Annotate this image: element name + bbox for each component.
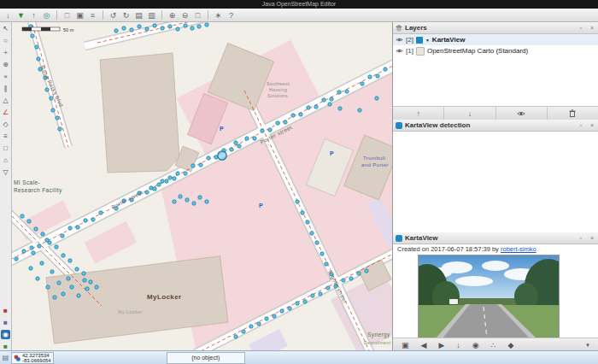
photo-point[interactable] [384,68,387,71]
photo-point[interactable] [237,144,241,148]
photo-point[interactable] [173,200,176,203]
selected-photo-point[interactable] [218,151,226,160]
photo-point[interactable] [191,164,195,167]
photo-point[interactable] [32,251,35,255]
photo-point[interactable] [197,25,201,28]
filter-tool-icon[interactable]: ▽ [1,167,10,177]
street-photo[interactable] [418,255,560,339]
location-button[interactable]: ◆ [507,339,513,351]
photo-point[interactable] [173,177,176,180]
photo-point[interactable] [306,220,309,224]
kartaview-tool-icon[interactable]: ◉ [1,330,10,339]
photo-point[interactable] [40,261,44,265]
photo-point[interactable] [161,26,164,30]
photo-point[interactable] [325,262,328,266]
photo-point[interactable] [50,97,53,100]
photo-point[interactable] [36,277,39,280]
photo-point[interactable] [330,97,333,101]
photo-point[interactable] [184,172,187,175]
photo-point[interactable] [310,232,314,235]
photo-point[interactable] [53,296,56,299]
photo-point[interactable] [57,281,61,285]
photo-point[interactable] [46,285,50,289]
photo-point[interactable] [89,280,92,284]
photo-point[interactable] [273,314,276,318]
photo-point[interactable] [62,292,65,296]
photo-point[interactable] [198,196,202,199]
layer-row-osm-carto[interactable]: [1] OpenStreetMap Carto (Standard) [393,45,598,56]
photo-point[interactable] [261,129,264,132]
photo-point[interactable] [253,137,256,140]
delete-tool-icon[interactable]: × [1,72,10,81]
photo-point[interactable] [68,259,72,262]
photo-point[interactable] [58,127,62,131]
photo-point[interactable] [234,141,237,144]
photo-point[interactable] [34,227,38,231]
photo-point[interactable] [75,267,79,271]
toggle-layer-visibility-button[interactable] [496,107,548,120]
photo-point[interactable] [249,325,253,328]
upload-data-icon[interactable]: ↑ [28,10,39,21]
photo-point[interactable] [307,106,310,109]
photo-point[interactable] [179,195,182,198]
photo-point[interactable] [77,294,80,297]
redo-icon[interactable]: ↻ [120,10,132,21]
combine-way-tool-icon[interactable]: ≡ [1,132,10,141]
extrude-tool-icon[interactable]: △ [1,96,10,105]
photo-point[interactable] [345,90,349,93]
photo-point[interactable] [349,277,353,280]
photo-point[interactable] [376,74,379,78]
paste-icon[interactable]: ▥ [146,10,157,21]
photo-point[interactable] [357,272,361,275]
kartaview-close-button[interactable]: × [588,234,596,243]
photo-point[interactable] [51,109,55,112]
photo-point[interactable] [157,183,161,186]
move-layer-up-button[interactable]: ↑ [393,107,444,120]
photo-point[interactable] [138,25,141,28]
photo-point[interactable] [15,257,18,261]
photo-point[interactable] [276,121,279,125]
photo-point[interactable] [84,219,87,222]
photo-point[interactable] [145,191,149,194]
photo-point[interactable] [207,156,210,160]
download-in-view-icon[interactable]: ▼ [15,10,26,21]
photo-point[interactable] [91,218,95,221]
detection-close-button[interactable]: × [588,121,596,130]
photo-point[interactable] [257,322,261,326]
photo-point[interactable] [311,294,314,297]
photo-point[interactable] [114,29,118,32]
photo-point[interactable] [29,267,32,270]
photo-point[interactable] [358,109,361,112]
photo-point[interactable] [31,34,34,38]
delete-layer-button[interactable] [548,107,598,120]
photo-point[interactable] [50,270,54,273]
copy-icon[interactable]: ▤ [133,10,144,21]
layers-close-button[interactable]: × [588,24,596,32]
photo-point[interactable] [326,286,330,290]
photo-point[interactable] [76,226,79,229]
photo-point[interactable] [322,98,325,102]
photo-point[interactable] [368,75,372,79]
measure-tool-icon[interactable]: ⌂ [1,156,10,165]
photo-point[interactable] [291,114,295,117]
photo-point[interactable] [184,24,187,27]
photo-point[interactable] [153,187,156,191]
next-image-button[interactable]: ▶ [438,339,444,351]
photo-point[interactable] [48,241,51,244]
filter-button[interactable]: ▼ [585,339,590,351]
detection-pin-button[interactable]: ▫ [577,121,585,130]
download-data-icon[interactable]: ↓ [3,10,14,21]
photo-point[interactable] [41,232,44,236]
photo-point[interactable] [22,250,26,253]
photo-point[interactable] [242,330,245,333]
photo-point[interactable] [296,302,299,305]
draw-nodes-tool-icon[interactable]: + [1,48,10,57]
photo-point[interactable] [82,272,85,275]
photo-point[interactable] [314,105,318,109]
move-layer-down-button[interactable]: ↓ [444,107,495,120]
layer-visible-icon[interactable] [396,48,403,54]
angle-snap-tool-icon[interactable]: ∠ [1,108,10,117]
photo-point[interactable] [176,172,179,175]
zoom-to-selection-icon[interactable]: □ [192,10,203,21]
help-icon[interactable]: ? [226,10,237,21]
